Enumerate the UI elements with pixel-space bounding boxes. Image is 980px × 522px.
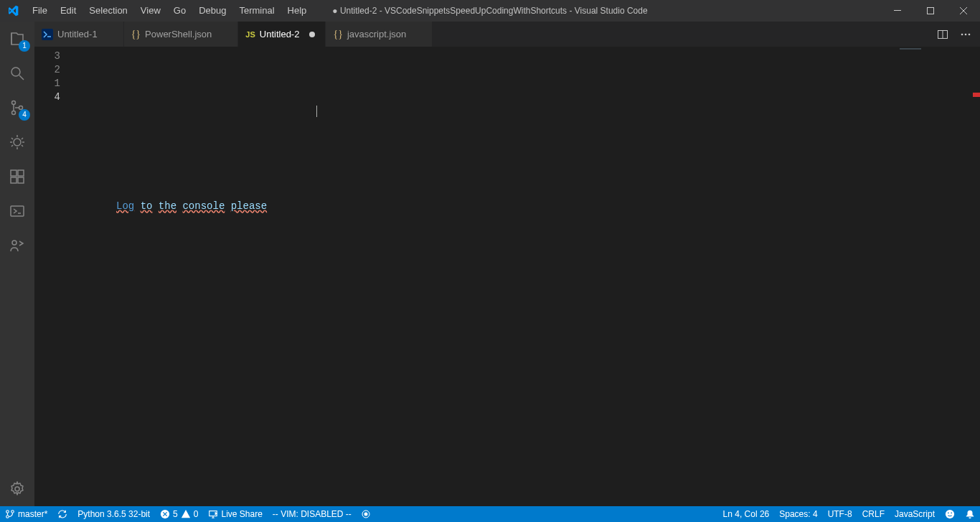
branch-name: master* <box>18 509 47 519</box>
status-sync[interactable] <box>52 506 72 522</box>
svg-rect-7 <box>11 170 17 176</box>
menu-help[interactable]: Help <box>281 0 314 22</box>
scm-badge: 4 <box>19 109 30 121</box>
status-bar: master* Python 3.6.5 32-bit 5 0 Live Sha… <box>0 506 980 522</box>
status-eol[interactable]: CRLF <box>857 506 890 522</box>
line-number: 4 <box>34 90 60 104</box>
tab-label: PowerShell.json <box>145 29 212 39</box>
tab-dirty-icon[interactable] <box>306 29 318 40</box>
window-controls <box>881 0 980 22</box>
svg-point-19 <box>969 33 971 35</box>
activity-settings[interactable] <box>0 472 34 506</box>
tab-label: Untitled-2 <box>260 29 300 39</box>
menu-bar: File Edit Selection View Go Debug Termin… <box>26 0 313 22</box>
live-share-label: Live Share <box>221 509 262 519</box>
menu-edit[interactable]: Edit <box>54 0 83 22</box>
activity-debug[interactable] <box>0 125 34 159</box>
svg-point-21 <box>6 516 9 518</box>
menu-debug[interactable]: Debug <box>192 0 232 22</box>
status-spaces[interactable]: Spaces: 4 <box>774 506 822 522</box>
maximize-button[interactable] <box>914 0 947 22</box>
status-encoding[interactable]: UTF-8 <box>823 506 857 522</box>
error-count: 5 <box>173 509 178 519</box>
status-notifications[interactable] <box>960 506 980 522</box>
tab-close-icon[interactable] <box>105 29 116 40</box>
activity-explorer[interactable]: 1 <box>0 22 34 56</box>
title-bar: File Edit Selection View Go Debug Termin… <box>0 0 980 22</box>
js-file-icon: JS <box>245 30 255 39</box>
menu-terminal[interactable]: Terminal <box>232 0 281 22</box>
activity-bar: 1 4 <box>0 22 34 506</box>
code-area[interactable]: Log to the console please <box>75 47 980 506</box>
tab-close-icon[interactable] <box>219 29 230 40</box>
svg-rect-9 <box>11 177 17 183</box>
svg-point-2 <box>11 67 20 76</box>
svg-rect-8 <box>18 170 24 176</box>
tabs-actions <box>934 22 980 47</box>
svg-point-4 <box>12 111 16 115</box>
status-recording[interactable] <box>357 506 375 522</box>
minimize-button[interactable] <box>881 0 914 22</box>
svg-rect-0 <box>894 10 901 11</box>
menu-go[interactable]: Go <box>167 0 192 22</box>
svg-point-17 <box>961 33 963 35</box>
svg-point-22 <box>11 511 14 513</box>
activity-powershell[interactable] <box>0 194 34 228</box>
svg-point-27 <box>946 510 954 518</box>
status-python[interactable]: Python 3.6.5 32-bit <box>72 506 155 522</box>
error-marker-icon[interactable] <box>973 93 980 97</box>
tab-untitled-1[interactable]: Untitled-1 <box>34 22 124 47</box>
svg-point-29 <box>951 512 952 513</box>
line-number: 3 <box>34 50 60 63</box>
tab-powershell-json[interactable]: {} PowerShell.json <box>124 22 239 47</box>
svg-rect-1 <box>928 8 934 14</box>
svg-point-26 <box>364 513 367 516</box>
svg-rect-10 <box>18 177 24 183</box>
more-actions-icon[interactable] <box>957 26 974 43</box>
tab-untitled-2[interactable]: JS Untitled-2 <box>238 22 326 47</box>
svg-point-28 <box>948 512 949 513</box>
close-button[interactable] <box>947 0 980 22</box>
tab-close-icon[interactable] <box>413 29 425 40</box>
text-cursor-icon <box>316 106 317 117</box>
activity-source-control[interactable]: 4 <box>0 90 34 125</box>
editor[interactable]: 3 2 1 4 Log to the console please <box>34 47 980 506</box>
status-vim[interactable]: -- VIM: DISABLED -- <box>268 506 357 522</box>
explorer-badge: 1 <box>19 40 30 52</box>
menu-selection[interactable]: Selection <box>83 0 133 22</box>
svg-point-6 <box>14 139 21 146</box>
status-branch[interactable]: master* <box>0 506 52 522</box>
svg-point-20 <box>6 511 9 513</box>
tab-javascript-json[interactable]: {} javascript.json <box>326 22 433 47</box>
gutter: 3 2 1 4 <box>34 47 75 506</box>
tab-label: Untitled-1 <box>57 29 98 39</box>
vscode-logo-icon <box>6 4 20 18</box>
svg-point-18 <box>965 33 967 35</box>
tab-bar: Untitled-1 {} PowerShell.json JS Untitle… <box>34 22 980 47</box>
warning-count: 0 <box>194 509 199 519</box>
split-editor-icon[interactable] <box>934 26 951 43</box>
activity-live-share[interactable] <box>0 228 34 263</box>
status-feedback[interactable] <box>940 506 960 522</box>
line-number: 1 <box>34 77 60 90</box>
status-live-share[interactable]: Live Share <box>203 506 267 522</box>
activity-search[interactable] <box>0 56 34 90</box>
svg-point-12 <box>12 241 17 245</box>
tab-label: javascript.json <box>347 29 406 39</box>
json-file-icon: {} <box>131 29 141 40</box>
menu-view[interactable]: View <box>134 0 167 22</box>
json-file-icon: {} <box>333 29 342 40</box>
minimap[interactable] <box>900 48 971 55</box>
status-ln-col[interactable]: Ln 4, Col 26 <box>718 506 775 522</box>
svg-point-13 <box>15 487 19 491</box>
status-problems[interactable]: 5 0 <box>155 506 203 522</box>
activity-extensions[interactable] <box>0 159 34 194</box>
menu-file[interactable]: File <box>26 0 54 22</box>
line-number: 2 <box>34 63 60 77</box>
code-line[interactable]: Log to the console please <box>116 200 980 213</box>
svg-point-3 <box>12 101 16 105</box>
powershell-file-icon <box>42 29 53 40</box>
status-language[interactable]: JavaScript <box>890 506 940 522</box>
overview-ruler[interactable] <box>970 47 980 506</box>
